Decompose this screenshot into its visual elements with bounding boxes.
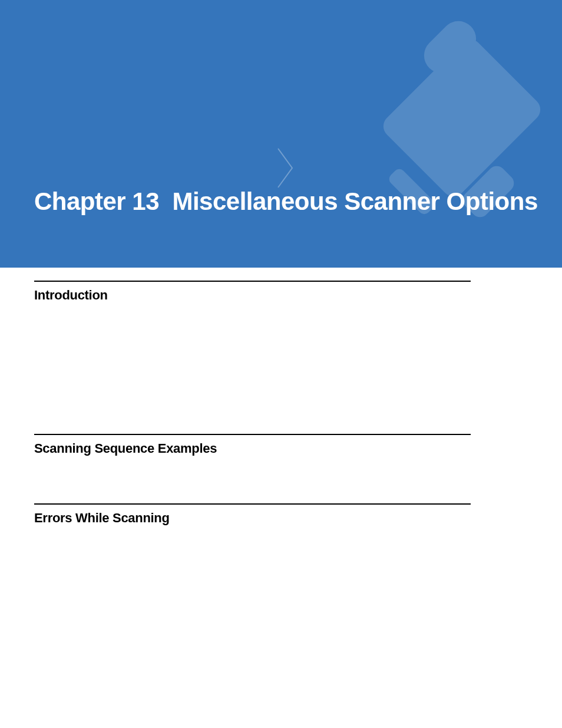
section-divider xyxy=(34,503,471,505)
spacer xyxy=(34,303,471,421)
chapter-name: Miscellaneous Scanner Options xyxy=(172,187,537,215)
section-divider xyxy=(34,434,471,435)
section-scanning-sequence: Scanning Sequence Examples xyxy=(34,434,471,456)
section-divider xyxy=(34,281,471,282)
section-heading: Errors While Scanning xyxy=(34,510,471,526)
section-introduction: Introduction xyxy=(34,281,471,303)
chevron-right-icon xyxy=(277,147,295,189)
chapter-label: Chapter 13 xyxy=(34,187,159,215)
chapter-banner: Chapter 13 Miscellaneous Scanner Options xyxy=(0,0,562,268)
page-content: Introduction Scanning Sequence Examples … xyxy=(0,281,562,526)
spacer xyxy=(34,456,471,490)
chapter-title: Chapter 13 Miscellaneous Scanner Options xyxy=(34,187,538,216)
scanner-graphic-icon xyxy=(326,0,562,268)
section-errors: Errors While Scanning xyxy=(34,503,471,526)
section-heading: Introduction xyxy=(34,288,471,303)
section-heading: Scanning Sequence Examples xyxy=(34,441,471,456)
